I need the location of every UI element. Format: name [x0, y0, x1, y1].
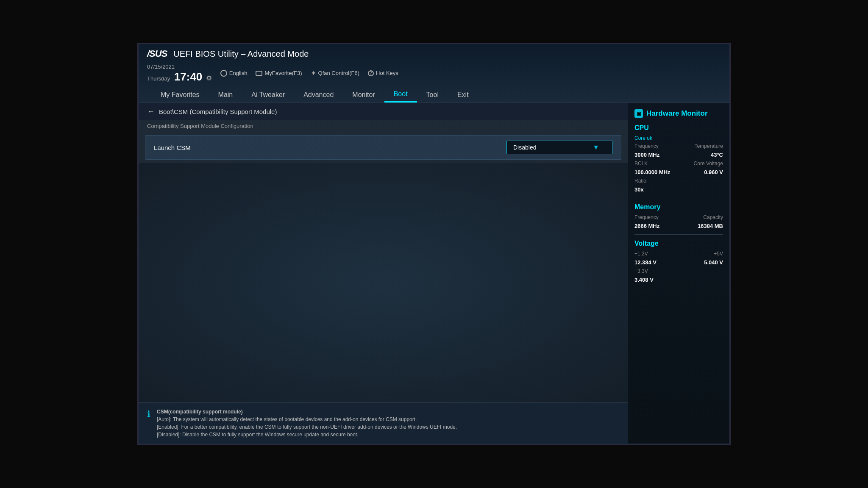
v33-value: 3.408 V [634, 277, 654, 283]
info-description: [Auto]: The system will automatically de… [157, 416, 457, 438]
qfan-label: Qfan Control(F6) [318, 70, 360, 76]
voltage-33-value-row: 3.408 V [634, 277, 723, 283]
qfan-button[interactable]: ✦ Qfan Control(F6) [311, 69, 360, 77]
ratio-value-row: 30x [634, 186, 723, 193]
v5-value: 5.040 V [704, 259, 723, 266]
title-bar: /SUS UEFI BIOS Utility – Advanced Mode [147, 48, 721, 59]
language-label: English [229, 70, 248, 76]
language-button[interactable]: English [220, 70, 248, 77]
date-label: 07/15/2021 Thursday [147, 64, 175, 82]
cpu-frequency-value-row: 3000 MHz 43°C [634, 152, 723, 158]
bclk-label: BCLK [634, 161, 648, 166]
globe-icon [220, 70, 227, 77]
back-button[interactable]: ← [147, 107, 155, 116]
navbar: My Favorites Main Ai Tweaker Advanced Mo… [147, 87, 721, 103]
keyboard-icon [256, 71, 262, 76]
memory-label-row: Frequency Capacity [634, 214, 723, 220]
memory-value-row: 2666 MHz 16384 MB [634, 223, 723, 229]
dropdown-arrow-icon: ▼ [593, 144, 599, 151]
cpu-temperature-label: Temperature [695, 143, 723, 149]
cpu-frequency-label: Frequency [634, 143, 659, 149]
memory-capacity-value: 16384 MB [698, 223, 723, 229]
hw-monitor-title: ▣ Hardware Monitor [634, 109, 723, 118]
launch-csm-row: Launch CSM Disabled ▼ [145, 135, 621, 160]
page-subtitle: Compatibility Support Module Configurati… [139, 120, 628, 132]
memory-frequency-value: 2666 MHz [634, 223, 659, 229]
ratio-label: Ratio [634, 178, 646, 184]
nav-tool[interactable]: Tool [417, 88, 448, 102]
fan-icon: ✦ [311, 69, 316, 77]
memory-capacity-label: Capacity [703, 214, 723, 220]
nav-advanced[interactable]: Advanced [294, 88, 343, 102]
core-voltage-value: 0.960 V [704, 169, 723, 175]
header-tools: 07/15/2021 Thursday 17:40 ⚙ English MyFa… [147, 63, 721, 83]
cpu-memory-divider [634, 198, 723, 198]
voltage-section-title: Voltage [634, 240, 723, 247]
hw-monitor-icon: ▣ [634, 109, 643, 118]
v12-value: 12.384 V [634, 259, 657, 266]
breadcrumb: Boot\CSM (Compatibility Support Module) [159, 108, 277, 115]
bios-screen: /SUS UEFI BIOS Utility – Advanced Mode 0… [137, 43, 731, 445]
launch-csm-value: Disabled [513, 144, 536, 151]
ratio-label-row: Ratio [634, 178, 723, 184]
my-favorite-label: MyFavorite(F3) [264, 70, 302, 76]
cpu-section-title: CPU [634, 124, 723, 132]
cpu-frequency-row: Frequency Temperature [634, 143, 723, 149]
voltage-12-value-row: 12.384 V 5.040 V [634, 259, 723, 266]
voltage-33-label-row: +3.3V [634, 268, 723, 274]
bios-title: UEFI BIOS Utility – Advanced Mode [173, 49, 309, 59]
info-title: CSM(compatibility support module) [157, 409, 243, 415]
my-favorite-button[interactable]: MyFavorite(F3) [256, 70, 302, 76]
v33-label: +3.3V [634, 268, 648, 274]
hot-keys-label: Hot Keys [376, 70, 398, 76]
breadcrumb-bar: ← Boot\CSM (Compatibility Support Module… [139, 103, 628, 120]
nav-boot[interactable]: Boot [384, 87, 417, 103]
v5-label: +5V [714, 251, 723, 257]
time-display: 17:40 [174, 70, 203, 83]
voltage-12-label-row: +1.2V +5V [634, 251, 723, 257]
core-voltage-label: Core Voltage [694, 161, 723, 166]
content-area: ← Boot\CSM (Compatibility Support Module… [139, 103, 628, 444]
bclk-label-row: BCLK Core Voltage [634, 161, 723, 166]
footer: Last Modified EzMode(F7)|→ Search on FAQ [139, 444, 729, 445]
v12-label: +1.2V [634, 251, 648, 257]
launch-csm-label: Launch CSM [154, 144, 506, 151]
info-icon: ℹ [147, 409, 150, 419]
question-icon: ? [368, 70, 374, 76]
cpu-temperature-value: 43°C [711, 152, 723, 158]
hot-keys-button[interactable]: ? Hot Keys [368, 70, 398, 76]
bclk-value-row: 100.0000 MHz 0.960 V [634, 169, 723, 175]
memory-section-title: Memory [634, 203, 723, 211]
nav-monitor[interactable]: Monitor [343, 88, 384, 102]
header: /SUS UEFI BIOS Utility – Advanced Mode 0… [139, 44, 729, 103]
launch-csm-dropdown[interactable]: Disabled ▼ [506, 141, 612, 154]
bclk-value: 100.0000 MHz [634, 169, 670, 175]
memory-frequency-label: Frequency [634, 214, 659, 220]
asus-logo: /SUS [147, 48, 167, 59]
nav-ai-tweaker[interactable]: Ai Tweaker [242, 88, 294, 102]
datetime: 07/15/2021 Thursday 17:40 ⚙ [147, 63, 212, 83]
cpu-frequency-value: 3000 MHz [634, 152, 659, 158]
empty-content [139, 163, 628, 402]
memory-voltage-divider [634, 234, 723, 235]
core-ok-status: Core ok [634, 135, 723, 141]
gear-icon[interactable]: ⚙ [206, 75, 212, 82]
info-bar: ℹ CSM(compatibility support module) [Aut… [139, 402, 628, 444]
hardware-monitor: ▣ Hardware Monitor CPU Core ok Frequency… [628, 103, 729, 444]
nav-main[interactable]: Main [209, 88, 242, 102]
main-layout: ← Boot\CSM (Compatibility Support Module… [139, 103, 729, 444]
nav-my-favorites[interactable]: My Favorites [151, 88, 209, 102]
info-text: CSM(compatibility support module) [Auto]… [157, 408, 457, 438]
ratio-value: 30x [634, 186, 644, 193]
nav-exit[interactable]: Exit [448, 88, 478, 102]
